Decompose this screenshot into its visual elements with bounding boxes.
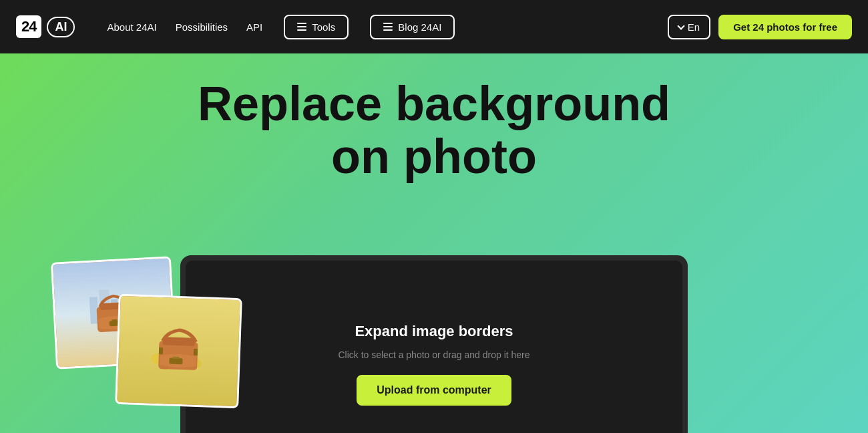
hero-title-line1: Replace background [198,77,670,130]
tools-btn-label: Tools [312,21,335,33]
upload-area[interactable]: Expand image borders Click to select a p… [186,261,682,433]
svg-rect-12 [169,358,182,365]
language-button[interactable]: En [668,15,710,39]
get-photos-button[interactable]: Get 24 photos for free [718,15,852,39]
app-window: Expand image borders Click to select a p… [180,255,688,433]
bag-front-svg [146,321,212,380]
nav-links: About 24AI Possibilities API [107,21,262,33]
nav-link-api[interactable]: API [246,21,262,33]
logo-ai: AI [47,17,75,37]
logo-24: 24 [16,15,41,38]
menu-icon-2 [383,23,393,31]
svg-rect-6 [112,319,118,321]
svg-rect-11 [162,337,194,346]
menu-icon [297,23,306,31]
floating-images [53,259,240,406]
blog-button[interactable]: Blog 24AI [370,15,455,39]
logo[interactable]: 24 AI [16,15,75,38]
tools-button[interactable]: Tools [284,15,349,39]
upload-area-subtitle: Click to select a photo or drag and drop… [338,349,529,360]
svg-rect-14 [159,347,163,354]
svg-rect-15 [194,349,198,355]
chevron-down-icon [677,22,684,29]
hero-title-line2: on photo [331,130,537,183]
blog-btn-label: Blog 24AI [398,21,441,33]
navbar: 24 AI About 24AI Possibilities API Tools… [0,0,868,53]
hero-title: Replace background on photo [198,78,670,183]
nav-link-possibilities[interactable]: Possibilities [176,21,228,33]
svg-rect-13 [173,357,180,359]
upload-area-title: Expand image borders [355,323,513,340]
bag-image-front [115,294,242,408]
nav-link-about[interactable]: About 24AI [107,21,156,33]
main-content: Replace background on photo [0,53,868,433]
lang-btn-label: En [688,21,700,33]
nav-right: En Get 24 photos for free [668,15,852,39]
upload-from-computer-button[interactable]: Upload from computer [357,375,511,406]
